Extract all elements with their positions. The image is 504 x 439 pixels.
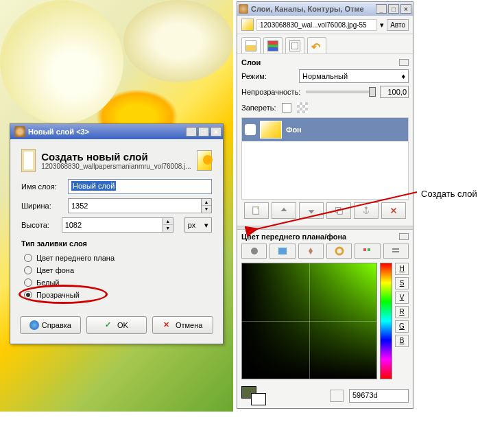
layer-name[interactable]: Фон: [286, 126, 302, 134]
lower-layer-button[interactable]: [299, 202, 324, 219]
color-tab-scales[interactable]: [383, 244, 409, 259]
fill-background-radio[interactable]: Цвет фона: [21, 264, 212, 276]
new-layer-icon: [21, 149, 36, 172]
height-input[interactable]: [62, 217, 163, 233]
height-label: Высота:: [21, 221, 56, 229]
layers-dock: Слои, Каналы, Контуры, Отме _ □ × 120306…: [237, 1, 413, 409]
layers-icon: [245, 40, 256, 51]
help-icon: [29, 320, 39, 330]
layers-panel-title: Слои: [241, 58, 261, 67]
fg-bg-swatches[interactable]: [241, 386, 266, 405]
color-panel-options-icon[interactable]: [399, 233, 409, 240]
opacity-label: Непрозрачность:: [241, 88, 302, 96]
fill-foreground-label: Цвет переднего плана: [36, 254, 115, 262]
dropdown-icon[interactable]: ▾: [380, 21, 384, 29]
color-tab-wheel[interactable]: [326, 244, 352, 259]
mode-label: Режим:: [241, 72, 296, 80]
layer-list[interactable]: Фон: [241, 117, 409, 200]
tab-undo[interactable]: [307, 37, 326, 54]
height-up[interactable]: ▲: [163, 218, 173, 225]
channel-r-button[interactable]: R: [395, 306, 409, 318]
channel-b-button[interactable]: B: [395, 335, 409, 347]
color-tab-watercolor[interactable]: [298, 244, 324, 259]
channel-g-button[interactable]: G: [395, 320, 409, 333]
ok-icon: [105, 320, 115, 330]
tab-paths[interactable]: [285, 37, 304, 54]
ok-button[interactable]: OK: [86, 316, 147, 334]
highlight-circle: [19, 285, 108, 304]
dialog-titlebar[interactable]: Новый слой <3> _ □ ×: [10, 124, 223, 139]
dialog-subheader: 1203068830_wallpapersmanianmru_vol76008.…: [41, 163, 191, 170]
width-up[interactable]: ▲: [202, 199, 211, 206]
layer-name-label: Имя слоя:: [21, 182, 62, 191]
opacity-value[interactable]: 100,0: [380, 86, 409, 98]
color-tab-cmyk[interactable]: [269, 244, 295, 259]
svg-rect-8: [368, 248, 370, 251]
svg-rect-7: [363, 248, 366, 251]
dialog-title: Новый слой <3>: [28, 128, 186, 136]
hue-slider[interactable]: [380, 263, 392, 379]
cancel-button[interactable]: Отмена: [152, 316, 213, 334]
fill-transparent-radio[interactable]: Прозрачный: [21, 289, 212, 301]
image-selector[interactable]: 1203068830_wal...vol76008.jpg-55: [256, 19, 377, 31]
duplicate-layer-button[interactable]: [326, 202, 351, 219]
layer-row[interactable]: Фон: [242, 118, 408, 141]
color-tab-gimp[interactable]: [241, 244, 267, 259]
svg-point-4: [251, 248, 258, 254]
tab-layers[interactable]: [241, 37, 261, 54]
delete-layer-button[interactable]: [381, 202, 406, 219]
color-tab-palette[interactable]: [355, 244, 380, 259]
svg-rect-9: [392, 248, 399, 250]
width-spinner[interactable]: ▲▼: [68, 198, 212, 213]
width-label: Ширина:: [21, 202, 62, 210]
maximize-button[interactable]: □: [198, 127, 209, 137]
raise-layer-button[interactable]: [272, 202, 296, 219]
dock-title-text: Слои, Каналы, Контуры, Отме: [251, 5, 376, 13]
width-input[interactable]: [68, 198, 201, 213]
units-select[interactable]: px▾: [184, 217, 212, 233]
channel-v-button[interactable]: V: [395, 292, 409, 304]
dock-minimize-button[interactable]: _: [376, 4, 387, 14]
new-layer-dialog: Новый слой <3> _ □ × Создать новый слой …: [10, 123, 224, 344]
mode-select[interactable]: Нормальный♦: [299, 69, 409, 83]
layer-thumbnail: [260, 121, 282, 139]
channels-icon: [267, 40, 278, 51]
radio-icon: [24, 266, 32, 274]
minimize-button[interactable]: _: [186, 127, 197, 137]
visibility-icon[interactable]: [245, 124, 256, 135]
app-icon: [14, 126, 25, 137]
color-panel-title: Цвет переднего плана/фона: [241, 233, 346, 241]
lock-pixels-checkbox[interactable]: [282, 103, 291, 112]
svg-rect-3: [337, 209, 342, 214]
opacity-slider[interactable]: [306, 91, 376, 93]
height-spinner[interactable]: ▲▼: [62, 217, 173, 233]
panel-options-icon[interactable]: [399, 59, 409, 66]
svg-rect-5: [278, 248, 287, 254]
lock-label: Запереть:: [241, 104, 276, 112]
dock-maximize-button[interactable]: □: [388, 4, 399, 14]
height-down[interactable]: ▼: [163, 225, 173, 232]
hex-input[interactable]: 59673d: [349, 389, 409, 403]
new-layer-button[interactable]: [244, 202, 269, 219]
auto-button[interactable]: Авто: [387, 19, 409, 31]
anchor-layer-button[interactable]: [354, 202, 379, 219]
close-button[interactable]: ×: [211, 127, 221, 137]
color-field[interactable]: [241, 263, 377, 379]
width-down[interactable]: ▼: [202, 206, 211, 213]
tab-channels[interactable]: [263, 37, 283, 54]
fill-foreground-radio[interactable]: Цвет переднего плана: [21, 252, 212, 264]
fill-type-title: Тип заливки слоя: [21, 239, 212, 248]
channel-h-button[interactable]: H: [395, 263, 409, 275]
cancel-icon: [163, 320, 173, 330]
dock-close-button[interactable]: ×: [400, 4, 411, 14]
lock-alpha-checkbox[interactable]: [297, 102, 308, 113]
layer-name-input[interactable]: Новый слой: [68, 179, 212, 194]
color-history-icon[interactable]: [330, 390, 344, 402]
undo-icon: [311, 40, 322, 51]
dock-titlebar[interactable]: Слои, Каналы, Контуры, Отме _ □ ×: [237, 2, 413, 16]
radio-icon: [24, 278, 32, 287]
help-button[interactable]: Справка: [20, 316, 81, 334]
app-icon: [239, 4, 248, 14]
channel-s-button[interactable]: S: [395, 277, 409, 289]
svg-rect-10: [392, 251, 399, 252]
